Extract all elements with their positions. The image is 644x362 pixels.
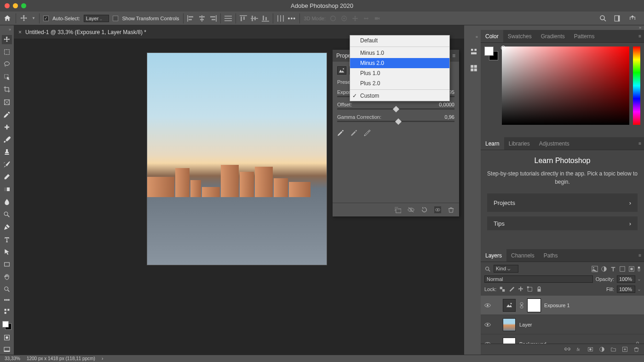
- search-icon[interactable]: [599, 14, 607, 23]
- zoom-tool[interactable]: [2, 285, 12, 294]
- tab-patterns[interactable]: Patterns: [569, 30, 599, 42]
- move-tool[interactable]: [2, 35, 12, 44]
- tab-paths[interactable]: Paths: [539, 249, 563, 262]
- layer-row[interactable]: Exposure 1: [481, 296, 644, 315]
- pen-tool[interactable]: [2, 222, 12, 232]
- delete-layer-icon[interactable]: [633, 346, 639, 352]
- filter-type-icon[interactable]: [610, 266, 616, 272]
- opacity-input[interactable]: 100%: [617, 275, 635, 283]
- brush-tool[interactable]: [2, 135, 12, 144]
- tab-gradients[interactable]: Gradients: [536, 30, 569, 42]
- lasso-tool[interactable]: [2, 60, 12, 69]
- more-options-icon[interactable]: •••: [288, 15, 296, 22]
- gamma-slider[interactable]: [337, 121, 454, 122]
- eraser-tool[interactable]: [2, 172, 12, 181]
- lock-all-icon[interactable]: [536, 286, 542, 292]
- status-chevron-icon[interactable]: ›: [102, 356, 103, 361]
- lock-transparent-icon[interactable]: [499, 286, 506, 292]
- dodge-tool[interactable]: [2, 210, 12, 219]
- screenmode-icon[interactable]: [2, 345, 12, 355]
- filter-toggle[interactable]: [638, 266, 640, 272]
- delete-adjustment-icon[interactable]: [448, 206, 454, 213]
- clip-to-layer-icon[interactable]: [394, 206, 401, 213]
- marquee-tool[interactable]: [2, 47, 12, 57]
- layer-row[interactable]: Layer: [481, 315, 644, 334]
- close-tab-icon[interactable]: ×: [18, 29, 22, 35]
- share-icon[interactable]: [628, 14, 637, 23]
- gradient-tool[interactable]: [2, 185, 12, 194]
- adjustment-layer-icon[interactable]: [599, 346, 605, 352]
- lock-image-icon[interactable]: [508, 286, 515, 292]
- search-icon[interactable]: [484, 266, 491, 272]
- object-select-tool[interactable]: [2, 72, 12, 82]
- tab-learn[interactable]: Learn: [481, 137, 504, 150]
- more-tools-icon[interactable]: •••: [4, 297, 10, 304]
- learn-tips-button[interactable]: Tips›: [487, 216, 638, 230]
- group-icon[interactable]: [610, 346, 616, 352]
- filter-smart-icon[interactable]: [628, 266, 635, 272]
- dropdown-item[interactable]: Minus 2.0: [350, 58, 449, 68]
- move-tool-icon[interactable]: [20, 14, 28, 23]
- layer-row[interactable]: Background: [481, 334, 644, 344]
- visibility-icon[interactable]: [484, 321, 491, 328]
- offset-value[interactable]: 0,0000: [439, 102, 454, 107]
- tab-libraries[interactable]: Libraries: [504, 137, 535, 150]
- align-right-icon[interactable]: [209, 15, 217, 22]
- blend-mode-dropdown[interactable]: Normal: [484, 275, 593, 283]
- tab-layers[interactable]: Layers: [481, 249, 506, 262]
- tab-swatches[interactable]: Swatches: [503, 30, 536, 42]
- layer-style-icon[interactable]: fx: [576, 346, 582, 352]
- layer-filter-kind[interactable]: Kind ⌵: [494, 265, 518, 273]
- align-hcenter-icon[interactable]: [198, 15, 206, 22]
- view-previous-icon[interactable]: [408, 206, 414, 213]
- align-vcenter-icon[interactable]: [251, 15, 258, 22]
- mask-thumb[interactable]: [528, 299, 540, 312]
- gamma-value[interactable]: 0,96: [445, 114, 454, 120]
- crop-tool[interactable]: [2, 85, 12, 94]
- fill-input[interactable]: 100%: [617, 286, 635, 293]
- blur-tool[interactable]: [2, 197, 12, 206]
- window-minimize-icon[interactable]: [13, 3, 18, 8]
- window-close-icon[interactable]: [5, 3, 10, 8]
- new-layer-icon[interactable]: [622, 346, 628, 352]
- eyedropper-white-icon[interactable]: [364, 129, 371, 136]
- panel-menu-icon[interactable]: ≡: [638, 141, 641, 146]
- doc-info[interactable]: 1200 px x 1418 px (118,11 ppcm): [27, 356, 95, 361]
- link-layers-icon[interactable]: [564, 346, 570, 352]
- offset-slider[interactable]: [337, 108, 454, 110]
- path-select-tool[interactable]: [2, 247, 12, 257]
- stamp-tool[interactable]: [2, 147, 12, 157]
- auto-select-dropdown[interactable]: Layer ⌵: [84, 15, 109, 22]
- eyedropper-black-icon[interactable]: [337, 129, 344, 136]
- align-bottom-icon[interactable]: [262, 15, 269, 22]
- filter-shape-icon[interactable]: [619, 266, 626, 272]
- visibility-icon[interactable]: [484, 302, 491, 309]
- panel-menu-icon[interactable]: ≡: [638, 253, 641, 258]
- history-panel-icon[interactable]: [470, 47, 478, 56]
- auto-select-checkbox[interactable]: ✓: [43, 16, 49, 21]
- home-icon[interactable]: [3, 14, 12, 23]
- distribute-icon[interactable]: [224, 15, 232, 22]
- tab-color[interactable]: Color: [481, 30, 503, 42]
- edit-toolbar-icon[interactable]: [2, 307, 12, 316]
- eyedropper-gray-icon[interactable]: [351, 129, 357, 136]
- color-swatches[interactable]: [2, 321, 12, 329]
- layer-mask-icon[interactable]: [587, 346, 593, 352]
- filter-image-icon[interactable]: [592, 266, 598, 272]
- frame-tool[interactable]: [2, 98, 12, 107]
- zoom-level[interactable]: 33,33%: [5, 356, 20, 361]
- dropdown-item[interactable]: Plus 1.0: [350, 68, 449, 78]
- healing-tool[interactable]: [2, 123, 12, 132]
- toggle-visibility-icon[interactable]: [434, 206, 441, 213]
- type-tool[interactable]: [2, 235, 12, 244]
- dropdown-item[interactable]: Plus 2.0: [350, 78, 449, 88]
- color-picker[interactable]: [481, 43, 644, 137]
- panel-menu-icon[interactable]: ≡: [638, 34, 641, 39]
- dropdown-item[interactable]: Minus 1.0: [350, 48, 449, 58]
- dropdown-item[interactable]: ✓Custom: [350, 91, 449, 101]
- dropdown-item[interactable]: Default: [350, 35, 449, 46]
- workspace-icon[interactable]: [614, 14, 622, 23]
- align-top-icon[interactable]: [240, 15, 247, 22]
- canvas-image[interactable]: [147, 53, 327, 265]
- align-left-icon[interactable]: [187, 15, 195, 22]
